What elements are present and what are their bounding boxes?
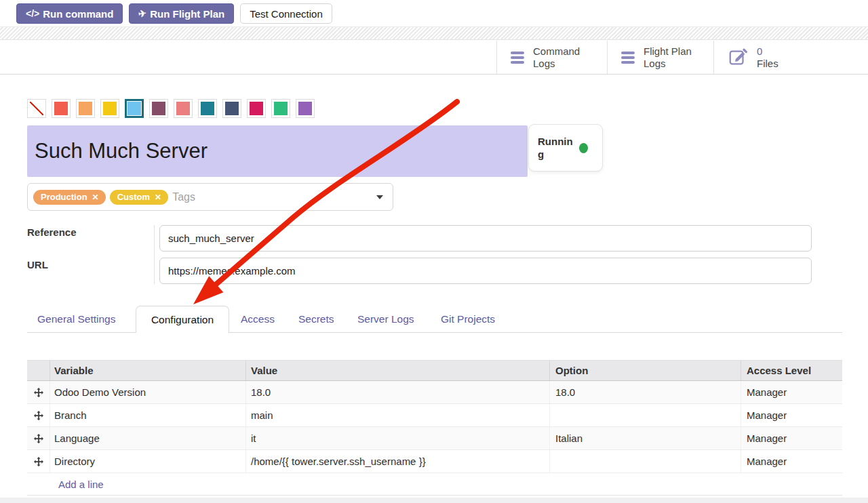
tag-custom[interactable]: Custom ✕: [110, 190, 168, 205]
stat-command-logs[interactable]: Command Logs: [496, 41, 607, 74]
table-header-row: Variable Value Option Access Level: [27, 361, 842, 381]
swatch-fill: [298, 102, 312, 115]
color-swatch-orange[interactable]: [76, 99, 95, 118]
test-connection-button[interactable]: Test Connection: [240, 3, 332, 24]
drag-handle-icon[interactable]: [34, 388, 43, 397]
page-bottom-band: [0, 498, 868, 503]
swatch-fill: [274, 102, 288, 115]
swatch-fill: [250, 102, 263, 115]
color-swatch-teal[interactable]: [198, 99, 217, 118]
cell-option[interactable]: [549, 450, 741, 472]
code-icon: </>: [26, 8, 39, 19]
tag-production[interactable]: Production ✕: [33, 190, 106, 205]
color-swatch-none[interactable]: [27, 99, 46, 118]
swatch-fill: [54, 102, 68, 115]
list-icon: [511, 52, 524, 64]
paper-plane-icon: ✈: [138, 7, 147, 19]
tab-git-projects[interactable]: Git Projects: [441, 313, 495, 325]
run-command-label: Run command: [43, 8, 113, 20]
color-swatch-darkpurple[interactable]: [149, 99, 168, 118]
swatch-fill: [127, 102, 141, 115]
stat-command-logs-label: Command Logs: [533, 45, 595, 70]
run-flight-plan-label: Run Flight Plan: [150, 8, 224, 20]
cell-access-level[interactable]: Manager: [741, 450, 842, 472]
stat-files-text: 0 Files: [757, 45, 778, 70]
table-row[interactable]: Odoo Demo Version 18.0 18.0 Manager: [27, 381, 842, 404]
color-swatch-yellow[interactable]: [100, 99, 119, 118]
cell-access-level[interactable]: Manager: [741, 427, 842, 449]
color-swatch-purple[interactable]: [296, 99, 315, 118]
stat-files[interactable]: 0 Files: [713, 41, 868, 74]
color-swatch-salmon[interactable]: [174, 99, 193, 118]
color-swatch-navy[interactable]: [222, 99, 241, 118]
table-row[interactable]: Language it Italian Manager: [27, 427, 842, 450]
cell-variable[interactable]: Odoo Demo Version: [50, 381, 245, 403]
cell-option[interactable]: Italian: [549, 427, 741, 449]
tab-server-logs[interactable]: Server Logs: [357, 313, 414, 325]
table-row[interactable]: Directory /home/{{ tower.server.ssh_user…: [27, 450, 842, 473]
add-line-row: Add a line: [27, 473, 842, 496]
url-label: URL: [27, 259, 48, 270]
swatch-fill: [79, 102, 92, 115]
tag-custom-label: Custom: [117, 192, 150, 202]
tags-input[interactable]: Production ✕ Custom ✕ Tags: [27, 183, 393, 211]
drag-handle-icon[interactable]: [34, 434, 43, 443]
color-swatch-green[interactable]: [271, 99, 290, 118]
stat-flight-plan-logs[interactable]: Flight Plan Logs: [607, 41, 713, 74]
cell-variable[interactable]: Directory: [50, 450, 245, 472]
field-column-divider: [154, 225, 155, 284]
run-flight-plan-button[interactable]: ✈ Run Flight Plan: [129, 3, 234, 24]
swatch-fill: [152, 102, 165, 115]
cell-variable[interactable]: Branch: [50, 404, 245, 426]
files-label: Files: [757, 58, 778, 69]
color-swatch-lightblue-selected[interactable]: [125, 99, 144, 118]
tag-production-label: Production: [41, 192, 87, 202]
drag-handle-icon[interactable]: [34, 457, 43, 466]
cell-access-level[interactable]: Manager: [741, 381, 842, 403]
cell-option[interactable]: 18.0: [549, 381, 741, 403]
tab-access[interactable]: Access: [241, 313, 275, 325]
tab-general-settings[interactable]: General Settings: [37, 313, 115, 325]
column-header-variable[interactable]: Variable: [50, 361, 245, 380]
cell-value[interactable]: main: [245, 404, 549, 426]
color-swatch-red[interactable]: [52, 99, 71, 118]
reference-input[interactable]: [159, 225, 812, 252]
remove-tag-icon[interactable]: ✕: [92, 193, 99, 202]
list-icon: [621, 52, 635, 64]
stat-flight-plan-logs-label: Flight Plan Logs: [644, 45, 706, 70]
files-count: 0: [757, 45, 778, 58]
cell-value[interactable]: /home/{{ tower.server.ssh_username }}: [245, 450, 549, 472]
server-form-page: </> Run command ✈ Run Flight Plan Test C…: [0, 0, 868, 503]
column-header-option[interactable]: Option: [549, 361, 741, 380]
server-name-input[interactable]: Such Much Server: [27, 125, 528, 177]
column-header-value[interactable]: Value: [245, 361, 549, 380]
add-a-line-link[interactable]: Add a line: [58, 479, 104, 490]
no-color-icon: [30, 102, 43, 115]
caret-down-icon[interactable]: [376, 195, 383, 199]
status-running-dot-icon: [579, 143, 588, 153]
stat-button-bar: Command Logs Flight Plan Logs 0 Files: [0, 41, 868, 75]
color-swatch-magenta[interactable]: [247, 99, 266, 118]
table-row[interactable]: Branch main Manager: [27, 404, 842, 427]
reference-label: Reference: [27, 226, 77, 238]
top-action-bar: </> Run command ✈ Run Flight Plan Test C…: [16, 3, 332, 24]
swatch-fill: [176, 102, 190, 115]
url-input[interactable]: [159, 258, 812, 284]
tab-secrets[interactable]: Secrets: [298, 313, 334, 325]
swatch-fill: [201, 102, 214, 115]
cell-value[interactable]: it: [245, 427, 549, 449]
remove-tag-icon[interactable]: ✕: [155, 193, 161, 202]
run-command-button[interactable]: </> Run command: [16, 3, 123, 24]
tab-configuration[interactable]: Configuration: [136, 306, 229, 333]
drag-handle-icon[interactable]: [34, 411, 43, 420]
tags-placeholder: Tags: [172, 191, 195, 203]
column-header-access-level[interactable]: Access Level: [741, 361, 842, 380]
cell-value[interactable]: 18.0: [245, 381, 549, 403]
test-connection-label: Test Connection: [250, 8, 323, 20]
cell-variable[interactable]: Language: [50, 427, 245, 449]
cell-option[interactable]: [549, 404, 741, 426]
cell-access-level[interactable]: Manager: [741, 404, 842, 426]
edit-pencil-icon: [728, 46, 748, 69]
swatch-fill: [225, 102, 239, 115]
color-palette: [27, 99, 315, 118]
